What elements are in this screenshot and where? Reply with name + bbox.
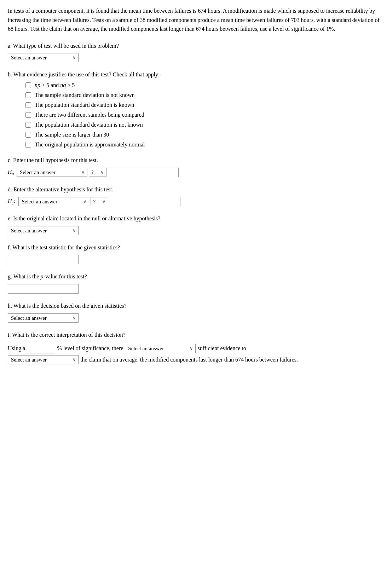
checkbox-sample-std-unknown[interactable] <box>25 92 31 98</box>
question-b-label: b. What evidence justifies the use of th… <box>8 70 384 79</box>
question-i-select1-wrapper[interactable]: Select an answer is is not <box>125 343 196 354</box>
question-d-value[interactable] <box>110 197 180 206</box>
claim-text: the claim that on average, the modified … <box>80 354 298 365</box>
checkbox-item-7: The original population is approximately… <box>25 141 384 148</box>
checkbox-sample-size[interactable] <box>25 132 31 138</box>
question-g: g. What is the p-value for this test? <box>8 272 384 294</box>
question-c-select[interactable]: Select an answer μ x̄ p <box>17 168 87 177</box>
question-g-label: g. What is the p-value for this test? <box>8 272 384 281</box>
interpretation-row-1: Using a % level of significance, there S… <box>8 343 384 354</box>
sufficient-text: sufficient evidence to <box>197 343 246 354</box>
question-d-label: d. Enter the alternative hypothesis for … <box>8 185 384 194</box>
question-d-row: H1: Select an answer μ x̄ p ? = ≠ < > ≤ … <box>8 197 384 206</box>
checkbox-pop-std-known[interactable] <box>25 102 31 108</box>
checkbox-label-6: The sample size is larger than 30 <box>35 132 109 138</box>
question-e-label: e. Is the original claim located in the … <box>8 214 384 223</box>
checkbox-np-nq[interactable] <box>25 82 31 88</box>
question-c-operator-wrapper[interactable]: ? = ≠ < > ≤ ≥ <box>89 168 106 177</box>
question-i-select2-wrapper[interactable]: Select an answer support reject warrant <box>8 354 79 365</box>
question-d-operator-wrapper[interactable]: ? = ≠ < > ≤ ≥ <box>91 197 108 206</box>
question-a: a. What type of test will be used in thi… <box>8 41 384 63</box>
question-i-select2[interactable]: Select an answer support reject warrant <box>8 355 79 364</box>
question-a-select[interactable]: Select an answer Right-tailed z-test Rig… <box>8 53 79 62</box>
question-d-select-wrapper[interactable]: Select an answer μ x̄ p <box>18 197 89 206</box>
question-h-select[interactable]: Select an answer Reject H₀ Fail to Rejec… <box>8 313 79 323</box>
question-g-input[interactable] <box>8 284 79 294</box>
question-f: f. What is the test statistic for the gi… <box>8 243 384 265</box>
h1-label: H1: <box>8 198 16 205</box>
question-c: c. Enter the null hypothesis for this te… <box>8 156 384 177</box>
significance-level-input[interactable] <box>27 344 55 353</box>
checkbox-label-3: The population standard deviation is kno… <box>35 102 134 108</box>
checkbox-list: np > 5 and nq > 5 The sample standard de… <box>25 82 384 148</box>
problem-text: In tests of a computer component, it is … <box>8 6 384 34</box>
question-d-select[interactable]: Select an answer μ x̄ p <box>18 197 89 206</box>
question-c-value[interactable] <box>108 168 179 177</box>
checkbox-label-2: The sample standard deviation is not kno… <box>35 92 135 98</box>
checkbox-item-3: The population standard deviation is kno… <box>25 102 384 108</box>
question-c-label: c. Enter the null hypothesis for this te… <box>8 156 384 165</box>
question-f-input[interactable] <box>8 255 79 264</box>
checkbox-item-5: The population standard deviation is not… <box>25 122 384 128</box>
question-a-select-wrapper[interactable]: Select an answer Right-tailed z-test Rig… <box>8 53 79 62</box>
interpretation-row-2: Select an answer support reject warrant … <box>8 354 384 365</box>
h0-label: H0 <box>8 169 14 176</box>
question-e-select-wrapper[interactable]: Select an answer null hypothesis alterna… <box>8 226 79 235</box>
checkbox-item-1: np > 5 and nq > 5 <box>25 82 384 88</box>
question-a-label: a. What type of test will be used in thi… <box>8 41 384 51</box>
checkbox-label-7: The original population is approximately… <box>35 141 145 148</box>
question-f-label: f. What is the test statistic for the gi… <box>8 243 384 252</box>
percent-text: % level of significance, there <box>57 343 123 354</box>
checkbox-item-2: The sample standard deviation is not kno… <box>25 92 384 98</box>
question-c-operator[interactable]: ? = ≠ < > ≤ ≥ <box>89 168 106 177</box>
question-h-label: h. What is the decision based on the giv… <box>8 301 384 311</box>
checkbox-pop-std-unknown[interactable] <box>25 122 31 128</box>
question-e: e. Is the original claim located in the … <box>8 214 384 235</box>
question-d-operator[interactable]: ? = ≠ < > ≤ ≥ <box>91 197 108 206</box>
question-i-select1[interactable]: Select an answer is is not <box>125 344 196 353</box>
question-b: b. What evidence justifies the use of th… <box>8 70 384 148</box>
checkbox-label-4: There are two different samples being co… <box>35 112 144 118</box>
checkbox-two-samples[interactable] <box>25 112 31 118</box>
question-d: d. Enter the alternative hypothesis for … <box>8 185 384 207</box>
checkbox-item-4: There are two different samples being co… <box>25 112 384 118</box>
checkbox-normal-pop[interactable] <box>25 142 31 148</box>
question-i-label: i. What is the correct interpretation of… <box>8 330 384 340</box>
using-a-text: Using a <box>8 343 25 354</box>
checkbox-item-6: The sample size is larger than 30 <box>25 132 384 138</box>
checkbox-label-5: The population standard deviation is not… <box>35 122 143 128</box>
question-i: i. What is the correct interpretation of… <box>8 330 384 366</box>
question-h-select-wrapper[interactable]: Select an answer Reject H₀ Fail to Rejec… <box>8 313 79 323</box>
question-c-row: H0 Select an answer μ x̄ p ? = ≠ < > ≤ ≥ <box>8 168 384 177</box>
question-h: h. What is the decision based on the giv… <box>8 301 384 323</box>
checkbox-label-1: np > 5 and nq > 5 <box>35 82 75 88</box>
question-c-select-wrapper[interactable]: Select an answer μ x̄ p <box>17 168 87 177</box>
question-e-select[interactable]: Select an answer null hypothesis alterna… <box>8 226 79 235</box>
